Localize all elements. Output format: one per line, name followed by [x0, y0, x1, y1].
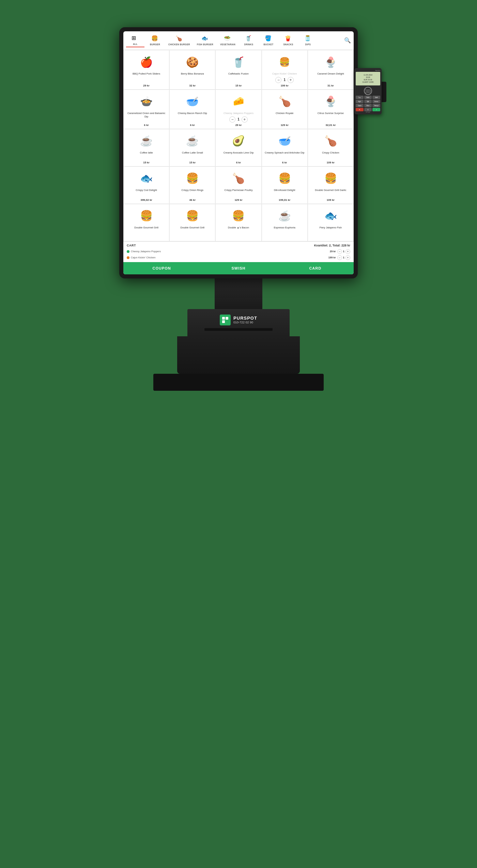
cart-title: CART — [127, 244, 136, 247]
cart-qty-increase[interactable]: + — [345, 255, 350, 260]
product-creamy-avocado[interactable]: 🥑 Creamy Avocado Lime Dip 6 kr — [215, 129, 261, 166]
cat-vegetarian[interactable]: 🥗 VEGETARIAN — [217, 34, 238, 47]
product-caramelized-onion[interactable]: 🍲 Caramelized Onion and Balsamic Dip 6 k… — [123, 90, 169, 129]
qty-increase[interactable]: + — [242, 116, 248, 123]
key-9[interactable]: 9wxyz — [372, 104, 380, 107]
cart-qty-decrease[interactable]: − — [337, 249, 342, 254]
kiosk-wrapper: ingenico 11-05-2019 15:00 EUR 25.00 CLIE… — [119, 27, 358, 391]
key-6[interactable]: 6mno — [372, 100, 380, 103]
product-citrus-sunrise[interactable]: 🍨 Citrus Sunrise Surprise 32,01 kr — [308, 90, 354, 129]
cat-chicken[interactable]: 🍗 CHICKEN BURGER — [166, 34, 193, 47]
product-double-bacon[interactable]: 🍔 Double ▲'s Bacon — [215, 204, 261, 241]
cart-item-left: Cheesy Jalapeno Poppers — [127, 250, 161, 253]
card-reader-keypad: 1▲ 2abc 3def 4ghi 5jkl 6mno 7pqrs 8tuv 9… — [356, 96, 380, 111]
stand-logo-area: PURSPOT 010-722 02 90 — [220, 315, 257, 325]
coupon-button[interactable]: COUPON — [123, 262, 200, 274]
cat-dips[interactable]: 🫙 DIPS — [299, 34, 317, 47]
product-berry-bliss[interactable]: 🍪 Berry Bliss Bonanza 32 kr — [169, 50, 215, 90]
product-name: BBQ Pulled Pork Sliders — [133, 72, 160, 83]
key-4[interactable]: 4ghi — [356, 100, 364, 103]
qty-increase[interactable]: + — [288, 77, 294, 83]
product-cheesy-bacon[interactable]: 🥣 Cheesy Bacon Ranch Dip 6 kr — [169, 90, 215, 129]
product-bbq-pork[interactable]: 🍎 BBQ Pulled Pork Sliders 29 kr — [123, 50, 169, 90]
product-double-gourmet-1[interactable]: 🍔 Double Gourmet Grill — [123, 204, 169, 241]
cat-all[interactable]: ⊞ ALL — [126, 33, 144, 47]
cart-item-qty: − 1 + — [337, 255, 350, 260]
product-price: 46 kr — [189, 198, 196, 202]
product-caffetastic[interactable]: 🥤 Caffetastic Fusion 15 kr — [215, 50, 261, 90]
product-creamy-spinach[interactable]: 🥣 Creamy Spinach and Artichoke Dip 6 kr — [262, 129, 308, 166]
key-2[interactable]: 2abc — [364, 96, 372, 99]
qty-control: − 1 + — [275, 77, 294, 83]
key-confirm[interactable]: ✓ — [372, 108, 380, 111]
cat-snacks-icon: 🍟 — [284, 35, 292, 43]
product-dill-infused[interactable]: 🍔 Dill-infused Delight 199,01 kr — [262, 166, 308, 204]
cat-drinks[interactable]: 🥤 DRINKS — [240, 34, 258, 47]
stand-base-upper: PURSPOT 010-722 02 90 — [187, 309, 290, 336]
cat-snacks[interactable]: 🍟 SNACKS — [279, 34, 297, 47]
key-7[interactable]: 7pqrs — [356, 104, 364, 107]
cart-item-name: Cajun Kickin' Chicken — [131, 256, 155, 259]
card-reader-type: CLIENT CARD — [362, 81, 373, 83]
card-reader-model: iPP320 — [356, 111, 380, 113]
kiosk-stand: PURSPOT 010-722 02 90 — [119, 278, 358, 391]
product-crispy-onion[interactable]: 🍔 Crispy Onion Rings 46 kr — [169, 166, 215, 204]
product-price: 129 kr — [281, 124, 289, 127]
cat-burger[interactable]: 🍔 BURGER — [146, 34, 164, 47]
product-price: 32,01 kr — [325, 124, 336, 127]
cart-item-qty: − 1 + — [337, 249, 350, 254]
product-fiery-jalapeno[interactable]: 🐟 Fiery Jalapeno Fish — [308, 204, 354, 241]
card-reader-screen: 11-05-2019 15:00 EUR 25.00 CLIENT CARD — [356, 72, 380, 85]
product-name: Citrus Sunrise Surprise — [318, 112, 344, 122]
product-coffee-latte-small[interactable]: ☕ Coffee Latte Small 15 kr — [169, 129, 215, 166]
product-double-gourmet-garlic[interactable]: 🍔 Double Gourmet Grill Garlic 109 kr — [308, 166, 354, 204]
product-name: Crispy Onion Rings — [181, 189, 203, 197]
card-reader: ingenico 11-05-2019 15:00 EUR 25.00 CLIE… — [354, 68, 385, 114]
cat-fish[interactable]: 🐟 FISH BURGER — [194, 34, 216, 47]
product-double-gourmet-2[interactable]: 🍔 Double Gourmet Grill — [169, 204, 215, 241]
cart-header: CART Kvantitet: 2, Total: 228 kr — [127, 244, 350, 247]
product-cajun-chicken[interactable]: 🍔 Cajun Kickin' Chicken − 1 + 199 kr — [262, 50, 308, 90]
product-price: 199,01 kr — [279, 198, 290, 202]
product-crispy-cod[interactable]: 🐟 Crispy Cod Delight 399,02 kr — [123, 166, 169, 204]
product-name: Double Gourmet Grill — [181, 226, 204, 238]
cat-dips-icon: 🫙 — [304, 35, 312, 43]
qty-decrease[interactable]: − — [275, 77, 281, 83]
svg-rect-1 — [226, 317, 228, 320]
product-name: Crispy Chicken — [322, 151, 339, 160]
product-crispy-chicken[interactable]: 🍗 Crispy Chicken 109 kr — [308, 129, 354, 166]
screen: ⊞ ALL 🍔 BURGER 🍗 CHICKEN BURGER 🐟 FISH B… — [123, 31, 354, 274]
card-reader-body: ingenico 11-05-2019 15:00 EUR 25.00 CLIE… — [354, 68, 382, 114]
key-cancel[interactable]: ✕ — [356, 108, 364, 111]
card-button[interactable]: CARD — [277, 262, 354, 274]
product-name: Coffee Latte Small — [182, 151, 203, 160]
product-price: 32 kr — [189, 84, 196, 87]
key-3[interactable]: 3def — [372, 96, 380, 99]
key-8[interactable]: 8tuv — [364, 104, 372, 107]
swish-button[interactable]: SWISH — [200, 262, 277, 274]
cart-qty-num: 1 — [343, 256, 344, 259]
cat-snacks-label: SNACKS — [283, 43, 293, 46]
cart-qty-increase[interactable]: + — [345, 249, 350, 254]
cat-bucket-icon: 🪣 — [265, 35, 272, 43]
search-icon[interactable]: 🔍 — [344, 37, 351, 44]
brand-phone: 010-722 02 90 — [233, 321, 257, 324]
product-price: 6 kr — [282, 161, 287, 164]
cat-bucket[interactable]: 🪣 BUCKET — [259, 34, 278, 47]
product-price: 6 kr — [190, 124, 195, 127]
key-0[interactable]: 0 — [364, 108, 372, 111]
product-coffee-latte[interactable]: ☕ Coffee latte 15 kr — [123, 129, 169, 166]
qty-decrease[interactable]: − — [229, 116, 235, 123]
key-5[interactable]: 5jkl — [364, 100, 372, 103]
product-caramel-dream[interactable]: 🍨 Caramel Dream Delight 31 kr — [308, 50, 354, 90]
product-price: 15 kr — [235, 84, 242, 87]
key-1[interactable]: 1▲ — [356, 96, 364, 99]
product-price: 6 kr — [144, 124, 149, 127]
qty-number: 1 — [237, 117, 240, 121]
product-name: Double Gourmet Grill — [134, 226, 158, 238]
product-cheesy-jalapeno[interactable]: 🧀 Cheesy Jalapeno Poppers − 1 + 29 kr — [215, 90, 261, 129]
product-espresso[interactable]: ☕ Espresso Euphoria — [262, 204, 308, 241]
product-chicken-royale[interactable]: 🍗 Chicken Royale 129 kr — [262, 90, 308, 129]
cart-qty-decrease[interactable]: − — [337, 255, 342, 260]
product-crispy-parmesan[interactable]: 🍗 Crispy Parmesan Poultry 129 kr — [215, 166, 261, 204]
